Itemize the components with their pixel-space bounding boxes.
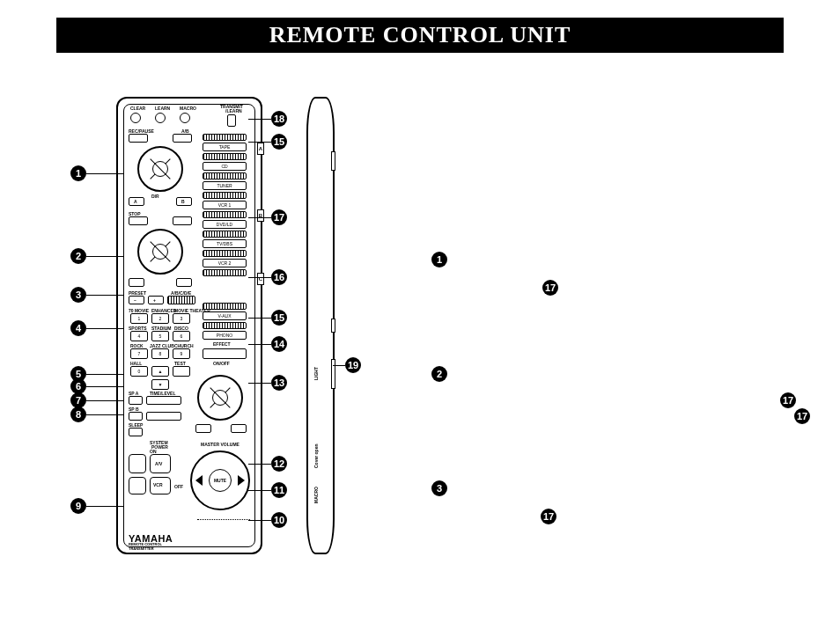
leader-line (248, 383, 271, 384)
dpad-menu[interactable] (197, 375, 243, 421)
menu-left-button[interactable] (195, 424, 211, 433)
label-vcr: VCR (153, 482, 163, 487)
side-tab-b[interactable]: B (257, 209, 264, 222)
input-dvdld[interactable]: DVD/LD (203, 220, 247, 229)
macro-button[interactable] (180, 113, 190, 123)
label-preset-plus: + (153, 297, 156, 303)
dsp-keypad: 1 2 3 (130, 313, 190, 324)
label-dir-b: B (181, 199, 185, 204)
dpad-tape-center[interactable] (152, 161, 168, 177)
dsp-key-up[interactable]: ▲ (151, 366, 169, 377)
callout-text-6-17: 17 (541, 509, 556, 524)
dsp-key-test[interactable] (173, 366, 190, 377)
dsp-key-7[interactable]: 7 (130, 348, 148, 359)
learn-button[interactable] (155, 113, 166, 123)
stop-button[interactable] (129, 216, 148, 225)
power-on-button[interactable] (129, 454, 146, 473)
input-stack-top: TAPE CD TUNER VCR 1 DVD/LD TV/DBS VCR 2 (203, 134, 247, 278)
dsp-key-5[interactable]: 5 (151, 331, 169, 341)
label-dir: DIR (151, 194, 159, 199)
dsp-key-1[interactable]: 1 (130, 313, 148, 324)
top-round-buttons (130, 113, 190, 123)
input-wave-10 (203, 322, 247, 329)
dsp-keypad-3: 7 8 9 (130, 348, 190, 359)
label-side-macro: MACRO (313, 487, 319, 503)
dsp-keypad-4: 0 ▲ ▼ (130, 366, 190, 390)
dsp-key-2[interactable]: 2 (151, 313, 169, 324)
dpad-disc-center[interactable] (152, 244, 168, 260)
spa-button[interactable] (129, 396, 143, 405)
diagram-area: CLEAR LEARN MACRO TRANSMIT /LEARN REC/PA… (53, 97, 801, 590)
label-clear: CLEAR (130, 106, 145, 111)
setmenu-button[interactable] (146, 412, 181, 421)
side-notch-1 (331, 151, 335, 171)
input-phono[interactable]: PHONO (203, 331, 247, 340)
input-wave-6 (203, 231, 247, 238)
input-cd[interactable]: CD (203, 162, 247, 171)
effect-button[interactable] (203, 348, 247, 359)
callout-right-15: 15 (271, 134, 287, 150)
callout-left-1: 1 (70, 165, 86, 181)
input-tape[interactable]: TAPE (203, 143, 247, 151)
label-dir-a: A (134, 199, 137, 204)
input-wave-5 (203, 211, 247, 218)
dsp-key-0[interactable]: 0 (130, 366, 148, 377)
dpad2-left-button[interactable] (129, 278, 144, 287)
play-button[interactable] (173, 216, 192, 225)
dsp-key-dn[interactable]: ▼ (151, 379, 169, 390)
callout-left-2: 2 (70, 248, 86, 264)
dsp-key-9[interactable]: 9 (173, 348, 190, 359)
callout-text-1-17: 17 (542, 280, 558, 296)
leader-line (248, 318, 271, 319)
preset-minus[interactable] (129, 296, 144, 304)
input-tvdbs[interactable]: TV/DBS (203, 239, 247, 248)
dpad-tape[interactable] (137, 146, 183, 192)
remote-front: CLEAR LEARN MACRO TRANSMIT /LEARN REC/PA… (116, 97, 262, 554)
dsp-key-6[interactable]: 6 (173, 331, 190, 341)
power-off-button[interactable] (129, 477, 146, 494)
input-wave-7 (203, 250, 247, 257)
label-av: A/V (155, 461, 162, 466)
side-tab-a[interactable]: A (257, 143, 264, 155)
label-macro: MACRO (180, 106, 196, 111)
dpad2-right-button[interactable] (176, 278, 192, 287)
input-wave-1 (203, 134, 247, 141)
label-learn2: /LEARN (225, 108, 242, 114)
leader-line (248, 490, 271, 491)
dsp-key-4[interactable]: 4 (130, 331, 148, 341)
master-volume-ring[interactable]: MUTE (190, 451, 250, 510)
leader-line (86, 374, 123, 375)
input-vcr1[interactable]: VCR 1 (203, 201, 247, 209)
ab-button[interactable] (173, 134, 192, 143)
callout-left-4: 4 (70, 320, 86, 336)
dpad-menu-center[interactable] (212, 390, 228, 406)
preset-plus[interactable] (148, 296, 164, 304)
sleep-button[interactable] (129, 428, 143, 436)
side-notch-2 (331, 319, 335, 333)
callout-text-3-17: 17 (780, 392, 796, 408)
clear-button[interactable] (130, 113, 141, 123)
dpad-disc[interactable] (137, 229, 183, 275)
input-tuner[interactable]: TUNER (203, 181, 247, 190)
label-cover-open: Cover open (313, 443, 319, 468)
callout-text-2-2: 2 (431, 366, 447, 382)
callout-right-11: 11 (271, 482, 287, 498)
leader-line (86, 386, 123, 387)
input-wave-9 (203, 303, 247, 310)
spb-button[interactable] (129, 412, 143, 421)
side-light-button[interactable] (331, 359, 335, 389)
dsp-key-8[interactable]: 8 (151, 348, 169, 359)
rec-pause-button[interactable] (129, 134, 148, 143)
callout-text-5-3: 3 (431, 480, 447, 496)
leader-line (86, 256, 123, 257)
timelevel-button[interactable] (146, 396, 181, 405)
side-tab-c[interactable]: C (257, 273, 264, 285)
mute-button[interactable]: MUTE (209, 469, 232, 492)
label-onoff: ON/OFF (213, 361, 230, 366)
input-vaux[interactable]: V-AUX (203, 311, 247, 320)
callout-right-12: 12 (271, 456, 287, 472)
dsp-key-3[interactable]: 3 (173, 313, 190, 324)
leader-line (86, 328, 123, 329)
input-vcr2[interactable]: VCR 2 (203, 259, 247, 267)
menu-right-button[interactable] (231, 424, 247, 433)
